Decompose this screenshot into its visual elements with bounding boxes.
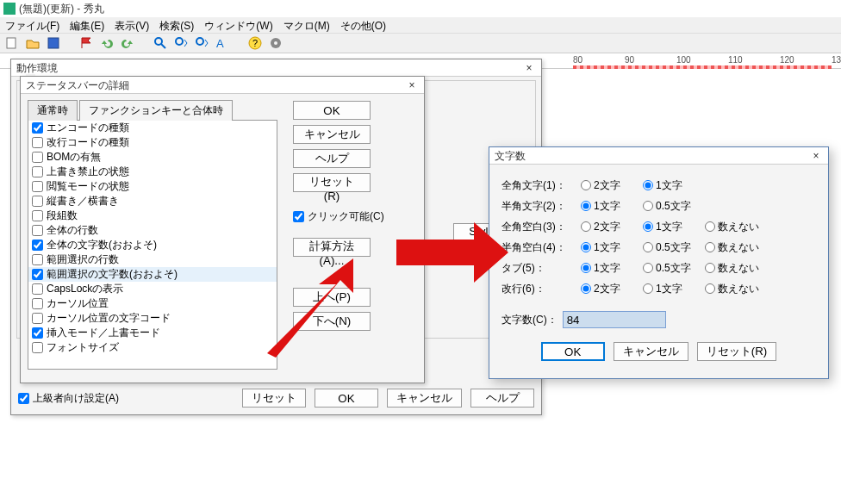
menubar[interactable]: ファイル(F)編集(E)表示(V)検索(S)ウィンドウ(W)マクロ(M)その他(… — [0, 17, 841, 33]
gear-icon[interactable] — [269, 36, 283, 50]
cc-cancel-button[interactable]: キャンセル — [614, 342, 688, 361]
cc-radio[interactable] — [581, 263, 591, 273]
list-item[interactable]: 範囲選択の文字数(おおよそ) — [28, 267, 277, 282]
cc-radio-option[interactable]: 1文字 — [581, 199, 638, 214]
close-icon[interactable]: × — [405, 77, 419, 93]
detail-list[interactable]: エンコードの種類改行コードの種類BOMの有無上書き禁止の状態閲覧モードの状態縦書… — [28, 120, 277, 370]
advanced-check[interactable] — [18, 393, 29, 404]
list-item-checkbox[interactable] — [32, 254, 43, 265]
detail-help-button[interactable]: ヘルプ — [293, 149, 371, 168]
list-item[interactable]: 全体の行数 — [28, 223, 277, 238]
menu-item[interactable]: ファイル(F) — [5, 19, 59, 31]
list-item-checkbox[interactable] — [32, 122, 43, 134]
search-icon[interactable] — [153, 36, 167, 50]
env-ok-button[interactable]: OK — [315, 389, 378, 408]
cc-radio-option[interactable]: 0.5文字 — [643, 199, 700, 214]
redo-icon[interactable] — [121, 36, 134, 50]
cc-reset-button[interactable]: リセット(R) — [697, 342, 777, 361]
cc-radio[interactable] — [581, 201, 591, 211]
help-icon[interactable]: ? — [248, 36, 262, 50]
list-item[interactable]: カーソル位置 — [28, 296, 277, 311]
list-item[interactable]: CapsLockの表示 — [28, 282, 277, 296]
menu-item[interactable]: 編集(E) — [70, 19, 104, 31]
menu-item[interactable]: ウィンドウ(W) — [204, 19, 272, 31]
cc-radio[interactable] — [643, 263, 653, 273]
list-item-checkbox[interactable] — [32, 166, 43, 177]
cc-ok-button[interactable]: OK — [541, 342, 605, 361]
list-item-checkbox[interactable] — [32, 152, 43, 163]
env-cancel-button[interactable]: キャンセル — [387, 389, 462, 408]
menu-item[interactable]: 表示(V) — [115, 19, 149, 31]
menu-item[interactable]: その他(O) — [340, 19, 386, 31]
cc-radio-option[interactable]: 1文字 — [643, 282, 700, 296]
cc-radio[interactable] — [643, 242, 653, 252]
list-item[interactable]: BOMの有無 — [28, 150, 277, 165]
detail-reset-button[interactable]: リセット(R) — [293, 173, 371, 192]
cc-radio-option[interactable]: 数えない — [705, 282, 770, 296]
search-prev-icon[interactable] — [174, 36, 188, 50]
list-item-checkbox[interactable] — [32, 298, 43, 309]
cc-radio[interactable] — [581, 180, 591, 190]
list-item[interactable]: 挿入モード／上書モード — [28, 326, 277, 340]
undo-icon[interactable] — [100, 36, 114, 50]
font-icon[interactable]: A — [215, 36, 229, 50]
list-item-checkbox[interactable] — [32, 342, 43, 353]
clickable-checkbox[interactable] — [293, 211, 304, 222]
list-item-checkbox[interactable] — [32, 269, 43, 280]
detail-cancel-button[interactable]: キャンセル — [293, 125, 371, 144]
cc-count-input[interactable] — [563, 311, 666, 328]
cc-radio-option[interactable]: 数えない — [705, 261, 770, 276]
cc-radio-option[interactable]: 0.5文字 — [643, 261, 700, 276]
advanced-settings-checkbox[interactable]: 上級者向け設定(A) — [18, 391, 119, 406]
cc-radio[interactable] — [705, 221, 715, 232]
close-icon[interactable]: × — [522, 59, 536, 76]
list-item[interactable]: 範囲選択の行数 — [28, 252, 277, 267]
list-item[interactable]: カーソル位置の文字コード — [28, 311, 277, 326]
cc-radio-option[interactable]: 2文字 — [581, 220, 638, 234]
list-item[interactable]: 全体の文字数(おおよそ) — [28, 238, 277, 252]
cc-radio-option[interactable]: 数えない — [705, 240, 770, 255]
cc-radio[interactable] — [581, 283, 591, 294]
close-icon[interactable]: × — [809, 147, 823, 164]
cc-radio[interactable] — [705, 242, 715, 252]
list-item-checkbox[interactable] — [32, 283, 43, 295]
cc-radio-option[interactable]: 0.5文字 — [643, 240, 700, 255]
tab-normal[interactable]: 通常時 — [28, 100, 78, 121]
env-reset-button[interactable]: リセット — [242, 389, 306, 408]
cc-radio-option[interactable]: 1文字 — [581, 261, 638, 276]
cc-radio-option[interactable]: 2文字 — [581, 282, 638, 296]
cc-radio[interactable] — [643, 180, 653, 190]
cc-radio[interactable] — [643, 221, 653, 232]
cc-radio-option[interactable]: 2文字 — [581, 178, 638, 193]
list-item-checkbox[interactable] — [32, 225, 43, 236]
list-item[interactable]: エンコードの種類 — [28, 121, 277, 135]
new-icon[interactable] — [5, 36, 19, 50]
tab-fnkey[interactable]: ファンクションキーと合体時 — [79, 100, 233, 121]
list-item-checkbox[interactable] — [32, 181, 43, 192]
list-item-checkbox[interactable] — [32, 196, 43, 207]
list-item[interactable]: 縦書き／横書き — [28, 194, 277, 208]
list-item-checkbox[interactable] — [32, 313, 43, 324]
list-item-checkbox[interactable] — [32, 327, 43, 339]
calc-method-button[interactable]: 計算方法(A)... — [293, 238, 371, 257]
cc-radio-option[interactable]: 1文字 — [643, 220, 700, 234]
detail-ok-button[interactable]: OK — [293, 101, 371, 120]
move-up-button[interactable]: 上へ(P) — [293, 288, 371, 307]
cc-radio-option[interactable]: 1文字 — [643, 178, 700, 193]
cc-radio[interactable] — [705, 283, 715, 294]
save-icon[interactable] — [47, 36, 60, 50]
list-item-checkbox[interactable] — [32, 137, 43, 148]
list-item[interactable]: フォントサイズ — [28, 340, 277, 355]
toolbar[interactable]: A ? — [0, 33, 841, 53]
search-next-icon[interactable] — [195, 36, 209, 50]
list-item-checkbox[interactable] — [32, 210, 43, 221]
cc-radio-option[interactable]: 数えない — [705, 220, 770, 234]
flag-icon[interactable] — [79, 36, 93, 50]
list-item-checkbox[interactable] — [32, 240, 43, 251]
env-help-button[interactable]: ヘルプ — [470, 389, 534, 408]
list-item[interactable]: 改行コードの種類 — [28, 135, 277, 150]
cc-radio[interactable] — [581, 242, 591, 252]
cc-radio[interactable] — [705, 263, 715, 273]
list-item[interactable]: 上書き禁止の状態 — [28, 165, 277, 179]
menu-item[interactable]: 検索(S) — [159, 19, 194, 31]
